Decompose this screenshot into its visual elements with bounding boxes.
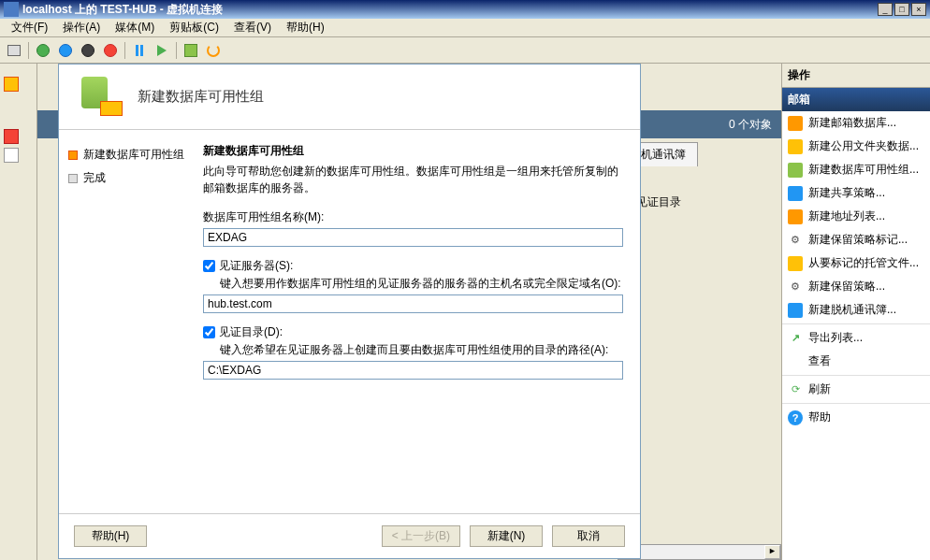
- turnoff-button[interactable]: [55, 40, 76, 61]
- window-title: localhost 上的 TEST-HUB - 虚拟机连接: [22, 2, 878, 18]
- witness-server-hint: 键入想要用作数据库可用性组的见证服务器的服务器的主机名或完全限定域名(O):: [220, 276, 623, 292]
- action-from-managed-file[interactable]: 从要标记的托管文件...: [782, 251, 930, 275]
- file-icon: [788, 256, 803, 271]
- center-content: 0 个对象 脱机通讯簿 见证目录 ◄ ► 新建数据库可用性组: [37, 64, 781, 560]
- scroll-right-arrow[interactable]: ►: [764, 545, 780, 559]
- dialog-header-icon: [78, 75, 123, 120]
- action-new-public-folder-db[interactable]: 新建公用文件夹数据...: [782, 135, 930, 158]
- tree-icon[interactable]: [4, 129, 19, 144]
- app-icon: [4, 2, 19, 17]
- object-count: 0 个对象: [729, 117, 772, 133]
- action-label: 新建地址列表...: [808, 208, 885, 224]
- nav-step-new-dag[interactable]: 新建数据库可用性组: [68, 143, 190, 166]
- witness-dir-input[interactable]: [203, 361, 623, 380]
- toolbar-separator: [176, 42, 177, 59]
- minimize-button[interactable]: _: [878, 3, 893, 16]
- action-new-mailbox-db[interactable]: 新建邮箱数据库...: [782, 111, 930, 135]
- actions-list: 新建邮箱数据库... 新建公用文件夹数据... 新建数据库可用性组... 新建共…: [782, 111, 930, 560]
- action-label: 导出列表...: [808, 330, 863, 346]
- reset-button[interactable]: [152, 40, 172, 61]
- dialog-footer: 帮助(H) < 上一步(B) 新建(N) 取消: [59, 513, 640, 558]
- close-button[interactable]: ×: [911, 3, 926, 16]
- menu-media[interactable]: 媒体(M): [108, 18, 162, 37]
- action-label: 帮助: [808, 409, 831, 425]
- witness-server-input[interactable]: [203, 294, 623, 313]
- menu-view[interactable]: 查看(V): [226, 18, 279, 37]
- bullet-active-icon: [68, 151, 78, 160]
- cancel-button[interactable]: 取消: [552, 525, 625, 547]
- save-button[interactable]: [100, 40, 121, 61]
- export-icon: ↗: [788, 331, 803, 346]
- actions-header: 操作: [782, 64, 930, 88]
- action-label: 新建数据库可用性组...: [808, 162, 919, 178]
- bg-witness-label: 见证目录: [636, 194, 681, 210]
- shutdown-button[interactable]: [78, 40, 98, 61]
- actions-panel: 操作 邮箱 新建邮箱数据库... 新建公用文件夹数据... 新建数据库可用性组.…: [781, 64, 930, 560]
- database-icon: [788, 116, 803, 131]
- menu-file[interactable]: 文件(F): [4, 18, 55, 37]
- witness-dir-label: 见证目录(D):: [219, 324, 283, 340]
- toolbar-separator: [124, 42, 125, 59]
- folder-icon: [788, 139, 803, 154]
- action-help[interactable]: ? 帮助: [782, 406, 930, 429]
- witness-server-checkbox[interactable]: [203, 260, 215, 272]
- menu-action[interactable]: 操作(A): [55, 18, 108, 37]
- action-label: 刷新: [808, 381, 831, 397]
- witness-dir-checkbox[interactable]: [203, 326, 215, 338]
- policy-icon: [788, 186, 803, 201]
- action-export-list[interactable]: ↗ 导出列表...: [782, 326, 930, 350]
- dag-icon: [788, 163, 803, 178]
- pause-button[interactable]: [129, 40, 150, 61]
- help-button[interactable]: 帮助(H): [74, 525, 147, 547]
- nav-step-finish[interactable]: 完成: [68, 166, 190, 190]
- maximize-button[interactable]: □: [894, 3, 909, 16]
- action-label: 新建保留策略...: [808, 279, 885, 294]
- action-view[interactable]: 查看: [782, 350, 930, 373]
- menubar: 文件(F) 操作(A) 媒体(M) 剪贴板(C) 查看(V) 帮助(H): [0, 19, 930, 37]
- witness-dir-hint: 键入您希望在见证服务器上创建而且要由数据库可用性组使用的目录的路径(A):: [220, 342, 623, 358]
- menu-clipboard[interactable]: 剪贴板(C): [162, 18, 226, 37]
- action-refresh[interactable]: ⟳ 刷新: [782, 378, 930, 401]
- refresh-icon: ⟳: [788, 382, 803, 397]
- dialog-content: 新建数据库可用性组 此向导可帮助您创建新的数据库可用性组。数据库可用性组是一组用…: [199, 130, 640, 513]
- actions-section-title: 邮箱: [782, 88, 930, 111]
- action-new-retention-tag[interactable]: ⚙ 新建保留策略标记...: [782, 228, 930, 251]
- action-label: 从要标记的托管文件...: [808, 255, 919, 271]
- tree-icon[interactable]: [4, 148, 19, 163]
- tree-icon[interactable]: [4, 77, 19, 92]
- action-label: 新建邮箱数据库...: [808, 115, 896, 131]
- action-new-address-list[interactable]: 新建地址列表...: [782, 205, 930, 228]
- dialog-header: 新建数据库可用性组: [59, 65, 640, 130]
- toolbar: [0, 37, 930, 64]
- action-new-offline-book[interactable]: 新建脱机通讯簿...: [782, 298, 930, 322]
- menu-help[interactable]: 帮助(H): [279, 18, 332, 37]
- gear-icon: ⚙: [788, 233, 803, 248]
- snapshot-button[interactable]: [181, 40, 201, 61]
- action-new-retention-policy[interactable]: ⚙ 新建保留策略...: [782, 275, 930, 298]
- revert-button[interactable]: [203, 40, 224, 61]
- section-title: 新建数据库可用性组: [203, 143, 623, 159]
- nav-step-label: 新建数据库可用性组: [83, 147, 184, 163]
- dag-name-input[interactable]: [203, 228, 623, 247]
- start-button[interactable]: [33, 40, 53, 61]
- action-new-share-policy[interactable]: 新建共享策略...: [782, 181, 930, 205]
- actions-separator: [782, 403, 930, 404]
- book-icon: [788, 303, 803, 318]
- left-tree-column: [0, 64, 37, 560]
- action-label: 查看: [808, 353, 831, 369]
- list-icon: [788, 209, 803, 224]
- action-new-dag[interactable]: 新建数据库可用性组...: [782, 158, 930, 181]
- blank-icon: [788, 354, 803, 369]
- actions-separator: [782, 323, 930, 324]
- horizontal-scrollbar[interactable]: ◄ ►: [618, 544, 781, 560]
- window-titlebar: localhost 上的 TEST-HUB - 虚拟机连接 _ □ ×: [0, 0, 930, 19]
- dialog-title: 新建数据库可用性组: [138, 88, 264, 106]
- section-description: 此向导可帮助您创建新的数据库可用性组。数据库可用性组是一组用来托管所复制的邮箱数…: [203, 163, 623, 196]
- scroll-track[interactable]: [634, 545, 764, 559]
- ctrl-alt-del-button[interactable]: [4, 40, 24, 61]
- nav-step-label: 完成: [83, 170, 106, 186]
- action-label: 新建公用文件夹数据...: [808, 138, 919, 154]
- create-button[interactable]: 新建(N): [470, 525, 543, 547]
- back-button[interactable]: < 上一步(B): [382, 525, 460, 547]
- bullet-inactive-icon: [68, 174, 78, 183]
